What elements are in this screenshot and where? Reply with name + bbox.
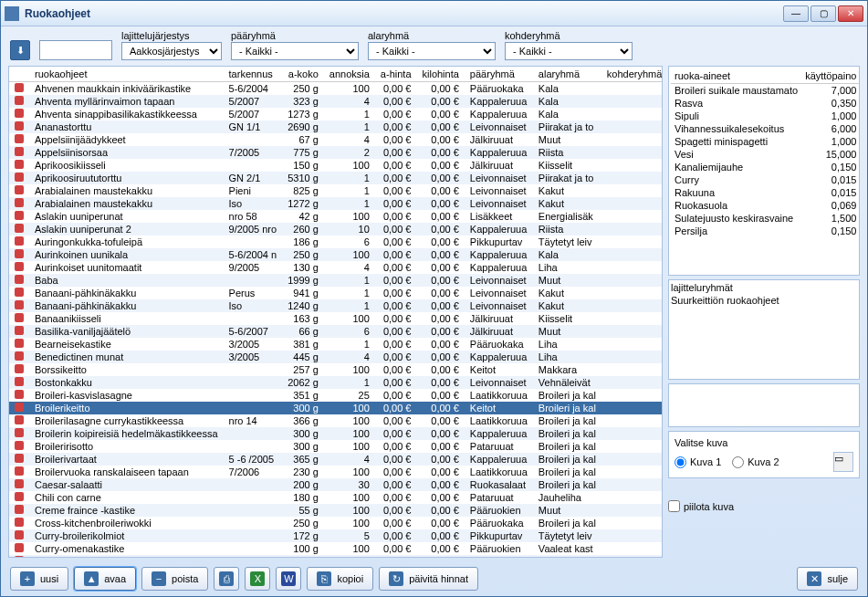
col-header[interactable]: annoksia (324, 67, 375, 82)
row-icon (15, 415, 24, 424)
kuva2-radio[interactable]: Kuva 2 (732, 456, 779, 468)
update-prices-button[interactable]: ↻päivitä hinnat (379, 567, 478, 591)
table-row[interactable]: Arabialainen maustekakkuPieni825 g10,00 … (9, 184, 662, 197)
ingredient-row[interactable]: Kanaliemijauhe0,150 (671, 161, 860, 173)
col-header[interactable]: ruokaohjeet (29, 67, 224, 82)
col-header[interactable]: kilohinta (417, 67, 465, 82)
table-row[interactable]: Broileririsotto300 g1000,00 €0,00 €Patar… (9, 440, 662, 453)
table-row[interactable]: Caesar-salaatti200 g300,00 €0,00 €Ruokas… (9, 478, 662, 491)
row-icon (15, 121, 24, 131)
table-row[interactable]: Banaanikiisseli163 g1000,00 €0,00 €Jälki… (9, 312, 662, 325)
ingredient-row[interactable]: Sulatejuusto keskirasvaine1,500 (671, 212, 860, 225)
row-icon (15, 518, 24, 527)
subgroup-select[interactable]: - Kaikki - (368, 42, 496, 60)
table-row[interactable]: Creme fraince -kastike55 g1000,00 €0,00 … (9, 504, 662, 517)
recipe-table-scroll[interactable]: ruokaohjeettarkennusa-kokoannoksiaa-hint… (9, 67, 662, 557)
new-button[interactable]: +uusi (10, 567, 68, 591)
table-row[interactable]: Ahventa myllärinvaimon tapaan5/2007323 g… (9, 95, 662, 108)
table-row[interactable]: Banaani-pähkinäkakkuIso1240 g10,00 €0,00… (9, 299, 662, 312)
table-row[interactable]: Currymajoneesi2125 g10,00 €0,00 €Lisäkke… (9, 555, 662, 557)
ingredients-panel: ruoka-aineet käyttöpaino Broileri suikal… (668, 66, 860, 276)
table-row[interactable]: Auringonkukka-tofuleipä186 g60,00 €0,00 … (9, 236, 662, 248)
word-button[interactable]: W (276, 567, 301, 591)
table-row[interactable]: Appelsiinisorsaa7/2005775 g20,00 €0,00 €… (9, 146, 662, 159)
row-icon (15, 160, 24, 169)
table-row[interactable]: Broilerikeitto300 g1000,00 €0,00 €Keitot… (9, 402, 662, 414)
table-row[interactable]: Ahventa sinappibasilikakastikkeessa5/200… (9, 108, 662, 120)
table-row[interactable]: Broilerin koipireisiä hedelmäkastikkeess… (9, 427, 662, 440)
table-row[interactable]: Baba1999 g10,00 €0,00 €LeivonnaisetMuut (9, 274, 662, 287)
table-row[interactable]: Broileri-kasvislasagne351 g250,00 €0,00 … (9, 389, 662, 402)
ingredient-row[interactable]: Spagetti minispagetti1,000 (671, 135, 860, 148)
ingredient-row[interactable]: Broileri suikale maustamato7,000 (671, 84, 860, 98)
delete-button[interactable]: −poista (141, 567, 208, 591)
col-header[interactable]: a-koko (282, 67, 324, 82)
maingroup-select[interactable]: - Kaikki - (231, 42, 359, 60)
col-header[interactable]: kohderyhmä (601, 67, 662, 82)
col-header[interactable]: tarkennus (224, 67, 283, 82)
table-row[interactable]: Ahvenen maukkain inkiväärikastike5-6/200… (9, 82, 662, 96)
table-row[interactable]: AprikoosiruututorttuGN 2/15310 g10,00 €0… (9, 172, 662, 184)
ingredient-row[interactable]: Curry0,015 (671, 173, 860, 186)
open-button[interactable]: ▲avaa (74, 567, 136, 591)
targetgroup-select[interactable]: - Kaikki - (505, 42, 633, 60)
row-icon (15, 339, 24, 348)
row-icon (15, 390, 24, 399)
ingredient-row[interactable]: Vesi15,000 (671, 148, 860, 161)
hide-image-checkbox[interactable] (668, 500, 680, 512)
table-row[interactable]: Bostonkakku2062 g10,00 €0,00 €Leivonnais… (9, 376, 662, 389)
row-icon (15, 134, 24, 143)
search-icon[interactable]: ⬇ (10, 40, 30, 60)
row-icon (15, 403, 24, 412)
table-row[interactable]: Bearneisekastike3/2005381 g10,00 €0,00 €… (9, 338, 662, 351)
close-app-button[interactable]: ✕sulje (797, 567, 858, 591)
row-icon (15, 211, 24, 220)
table-row[interactable]: Aprikoosikiisseli150 g1000,00 €0,00 €Jäl… (9, 159, 662, 172)
table-row[interactable]: Broilerilasagne currykastikkeessanro 143… (9, 414, 662, 427)
table-row[interactable]: Chili con carne180 g1000,00 €0,00 €Patar… (9, 491, 662, 504)
maingroup-label: pääryhmä (231, 30, 359, 41)
copy-button[interactable]: ⎘kopioi (307, 567, 373, 591)
table-row[interactable]: Curry-broilerikolmiot172 g50,00 €0,00 €P… (9, 529, 662, 542)
sortgroups-item[interactable]: Suurkeittiön ruokaohjeet (671, 295, 857, 306)
table-row[interactable]: Aurinkoiset uunitomaatit9/2005130 g40,00… (9, 261, 662, 274)
table-row[interactable]: Borssikeitto257 g1000,00 €0,00 €KeitotMa… (9, 363, 662, 376)
close-button[interactable]: ✕ (838, 5, 863, 22)
sort-select[interactable]: Aakkosjärjestys (121, 42, 222, 60)
table-row[interactable]: Benedictinen munat3/2005445 g40,00 €0,00… (9, 351, 662, 363)
ingredient-row[interactable]: Ruokasuola0,069 (671, 199, 860, 212)
ingredient-row[interactable]: Vihannessuikalesekoitus6,000 (671, 122, 860, 135)
table-row[interactable]: Banaani-pähkinäkakkuPerus941 g10,00 €0,0… (9, 287, 662, 299)
ingredient-row[interactable]: Sipuli1,000 (671, 110, 860, 122)
table-row[interactable]: Aslakin uuniperunatnro 5842 g1000,00 €0,… (9, 210, 662, 223)
table-row[interactable]: Broilervuoka ranskalaiseen tapaan7/20062… (9, 466, 662, 478)
row-icon (15, 377, 24, 386)
image-browse-button[interactable]: ▭ (833, 452, 853, 472)
table-row[interactable]: Aurinkoinen uunikala5-6/2004 n250 g1000,… (9, 248, 662, 261)
maximize-button[interactable]: ▢ (810, 5, 836, 22)
table-row[interactable]: Basilika-vaniljajäätelö5-6/200766 g60,00… (9, 325, 662, 338)
table-row[interactable]: Appelsiinijäädykkeet67 g40,00 €0,00 €Jäl… (9, 133, 662, 146)
col-header[interactable]: a-hinta (375, 67, 417, 82)
excel-button[interactable]: X (245, 567, 270, 591)
table-row[interactable]: Arabialainen maustekakkuIso1272 g10,00 €… (9, 197, 662, 210)
kuva1-radio[interactable]: Kuva 1 (675, 456, 721, 468)
ingredient-row[interactable]: Rasva0,350 (671, 97, 860, 110)
search-input[interactable] (39, 40, 112, 60)
row-icon (15, 96, 24, 105)
table-row[interactable]: Broilerivartaat5 -6 /2005365 g40,00 €0,0… (9, 453, 662, 466)
col-header[interactable]: alaryhmä (533, 67, 601, 82)
titlebar: Ruokaohjeet — ▢ ✕ (1, 1, 867, 26)
table-row[interactable]: Cross-kitchenbroileriwokki250 g1000,00 €… (9, 517, 662, 529)
col-header[interactable]: pääryhmä (465, 67, 533, 82)
table-row[interactable]: Curry-omenakastike100 g1000,00 €0,00 €Pä… (9, 542, 662, 555)
print-button[interactable]: ⎙ (214, 567, 239, 591)
ingredient-row[interactable]: Persilja0,150 (671, 225, 860, 237)
table-row[interactable]: Aslakin uuniperunat 29/2005 nro260 g100,… (9, 223, 662, 236)
row-icon (15, 185, 24, 194)
table-row[interactable]: AnanastorttuGN 1/12690 g10,00 €0,00 €Lei… (9, 120, 662, 133)
minimize-button[interactable]: — (783, 5, 809, 22)
sortgroups-label: lajitteluryhmät (671, 282, 857, 293)
sortgroups-panel: lajitteluryhmät Suurkeittiön ruokaohjeet (668, 279, 860, 380)
ingredient-row[interactable]: Rakuuna0,015 (671, 186, 860, 199)
